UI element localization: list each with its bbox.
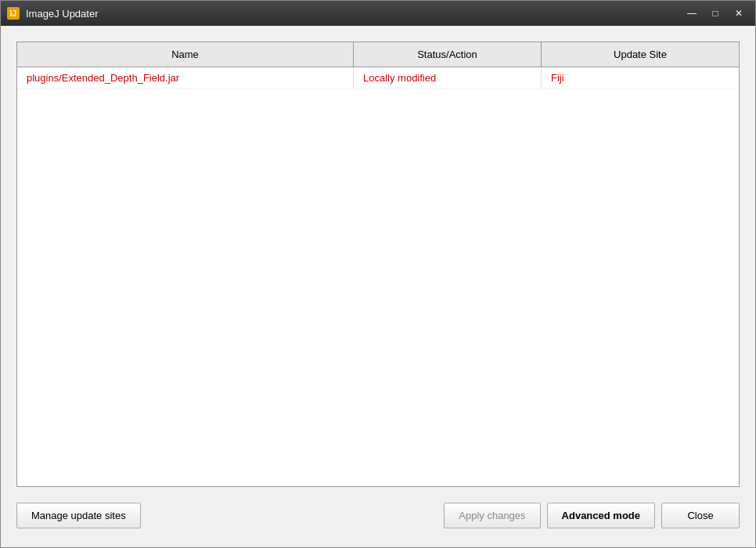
column-header-update-site: Update Site xyxy=(542,42,739,67)
title-bar: IJ ImageJ Updater — □ ✕ xyxy=(1,1,755,26)
button-bar: Manage update sites Apply changes Advanc… xyxy=(16,499,740,532)
window-controls: — □ ✕ xyxy=(682,5,749,21)
cell-update-site: Fiji xyxy=(542,67,739,88)
apply-changes-button[interactable]: Apply changes xyxy=(444,503,540,528)
close-button[interactable]: Close xyxy=(661,503,740,528)
minimize-button[interactable]: — xyxy=(682,5,702,21)
column-header-status: Status/Action xyxy=(354,42,542,67)
manage-update-sites-button[interactable]: Manage update sites xyxy=(16,503,141,528)
window-close-button[interactable]: ✕ xyxy=(729,5,749,21)
button-left-group: Manage update sites xyxy=(16,503,141,528)
advanced-mode-button[interactable]: Advanced mode xyxy=(547,503,655,528)
table-body: plugins/Extended_Depth_Field.jar Locally… xyxy=(17,67,739,486)
column-header-name: Name xyxy=(17,42,354,67)
main-window: IJ ImageJ Updater — □ ✕ Name Status/Acti… xyxy=(0,0,756,548)
app-icon: IJ xyxy=(7,7,20,20)
table-row[interactable]: plugins/Extended_Depth_Field.jar Locally… xyxy=(17,67,739,89)
cell-status: Locally modified xyxy=(354,67,542,88)
cell-name: plugins/Extended_Depth_Field.jar xyxy=(17,67,354,88)
button-right-group: Apply changes Advanced mode Close xyxy=(444,503,740,528)
maximize-button[interactable]: □ xyxy=(705,5,725,21)
window-title: ImageJ Updater xyxy=(26,8,682,20)
file-table: Name Status/Action Update Site plugins/E… xyxy=(16,41,740,487)
window-content: Name Status/Action Update Site plugins/E… xyxy=(1,26,755,547)
table-header: Name Status/Action Update Site xyxy=(17,42,739,67)
